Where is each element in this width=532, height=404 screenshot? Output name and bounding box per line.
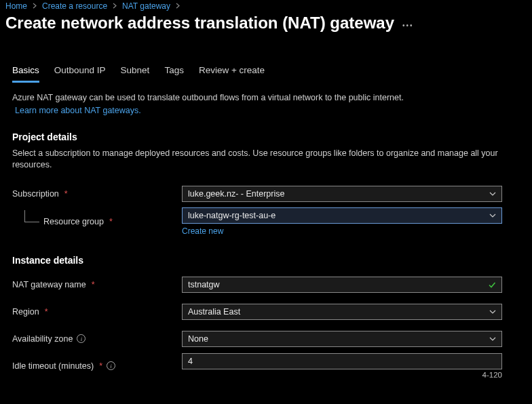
label-text: NAT gateway name (12, 280, 86, 289)
label-text: Resource group (43, 217, 104, 226)
create-new-link[interactable]: Create new (182, 226, 223, 236)
breadcrumb: Home Create a resource NAT gateway (0, 0, 532, 11)
region-value: Australia East (188, 307, 240, 317)
intro-description: Azure NAT gateway can be used to transla… (12, 93, 404, 102)
tab-review-create[interactable]: Review + create (199, 65, 265, 83)
required-indicator: * (92, 280, 95, 289)
required-indicator: * (64, 189, 68, 199)
chevron-down-icon (489, 308, 496, 315)
label-text: Idle timeout (minutes) (12, 361, 94, 371)
check-icon (488, 281, 496, 289)
chevron-right-icon (176, 2, 180, 10)
tab-basics[interactable]: Basics (12, 65, 39, 83)
required-indicator: * (109, 217, 113, 226)
resource-group-label: Resource group* (12, 217, 182, 226)
idle-timeout-range: 4-120 (182, 371, 502, 379)
required-indicator: * (45, 307, 48, 317)
label-text: Subscription (12, 189, 59, 199)
info-icon[interactable]: i (77, 334, 86, 343)
region-label: Region* (12, 307, 182, 317)
breadcrumb-create-resource[interactable]: Create a resource (42, 1, 107, 11)
region-row: Region* Australia East (12, 298, 520, 325)
idle-timeout-field[interactable] (188, 357, 496, 366)
title-row: Create network address translation (NAT)… (0, 11, 532, 33)
idle-timeout-label: Idle timeout (minutes)* i (12, 361, 182, 371)
nat-name-input[interactable] (182, 277, 502, 293)
tab-outbound-ip[interactable]: Outbound IP (54, 65, 106, 83)
tabs: Basics Outbound IP Subnet Tags Review + … (0, 33, 532, 83)
nat-name-label: NAT gateway name* (12, 280, 182, 289)
availability-zone-value: None (188, 334, 208, 344)
resource-group-row: Resource group* luke-natgw-rg-test-au-e … (12, 207, 520, 236)
instance-details-heading: Instance details (12, 255, 520, 266)
required-indicator: * (99, 361, 102, 371)
resource-group-value: luke-natgw-rg-test-au-e (188, 211, 276, 220)
subscription-select[interactable]: luke.geek.nz- - Enterprise (182, 186, 502, 202)
region-select[interactable]: Australia East (182, 304, 502, 320)
breadcrumb-home[interactable]: Home (5, 1, 27, 11)
project-details-heading: Project details (12, 132, 520, 142)
chevron-right-icon (33, 2, 37, 10)
idle-timeout-row: Idle timeout (minutes)* i 4-120 (12, 352, 520, 380)
nat-name-field[interactable] (188, 280, 488, 289)
page-title: Create network address translation (NAT)… (5, 14, 394, 33)
label-text: Availability zone (12, 334, 73, 344)
subscription-row: Subscription* luke.geek.nz- - Enterprise (12, 180, 520, 207)
breadcrumb-nat-gateway[interactable]: NAT gateway (122, 1, 170, 11)
learn-more-link[interactable]: Learn more about NAT gateways. (15, 105, 141, 117)
more-actions-button[interactable]: ••• (402, 22, 414, 29)
project-details-description: Select a subscription to manage deployed… (12, 148, 520, 171)
nat-name-row: NAT gateway name* (12, 271, 520, 298)
chevron-right-icon (113, 2, 117, 10)
info-icon[interactable]: i (107, 361, 115, 370)
availability-zone-select[interactable]: None (182, 331, 502, 347)
intro-text: Azure NAT gateway can be used to transla… (12, 92, 520, 117)
resource-group-select[interactable]: luke-natgw-rg-test-au-e (182, 207, 502, 224)
availability-zone-row: Availability zone i None (12, 325, 520, 352)
chevron-down-icon (489, 212, 496, 219)
label-text: Region (12, 307, 39, 317)
idle-timeout-input[interactable] (182, 353, 502, 369)
form-content: Azure NAT gateway can be used to transla… (0, 83, 532, 380)
tab-subnet[interactable]: Subnet (121, 65, 150, 83)
tab-tags[interactable]: Tags (164, 65, 184, 83)
availability-zone-label: Availability zone i (12, 334, 182, 344)
tree-connector (24, 210, 39, 222)
subscription-label: Subscription* (12, 189, 182, 199)
subscription-value: luke.geek.nz- - Enterprise (188, 189, 284, 199)
chevron-down-icon (489, 336, 496, 342)
chevron-down-icon (489, 190, 496, 197)
